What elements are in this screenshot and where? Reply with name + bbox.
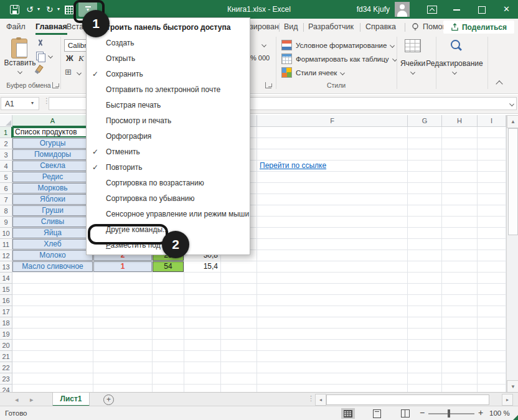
cut-icon[interactable] [36, 39, 45, 47]
cell-D17[interactable] [184, 306, 221, 317]
cell-C18[interactable] [153, 317, 184, 329]
sheet-tab-list1[interactable]: Лист1 [52, 393, 90, 406]
horizontal-scroll-thumb[interactable] [326, 394, 489, 405]
editing-dropdown-icon[interactable] [452, 70, 457, 75]
cell-A1[interactable]: Список продуктов [12, 127, 93, 138]
row-header-18[interactable]: 18 [0, 317, 12, 329]
cell-F10[interactable] [257, 228, 408, 239]
scroll-up-icon[interactable]: ▲ [507, 115, 518, 128]
cell-F5[interactable] [257, 172, 408, 183]
cell-A12[interactable]: Молоко [12, 250, 93, 261]
cell-I13[interactable] [478, 261, 506, 273]
cell-A16[interactable] [12, 295, 93, 306]
close-button[interactable]: ✕ [503, 0, 510, 19]
cell-G3[interactable] [408, 149, 442, 161]
editing-button[interactable]: Редактирование [426, 59, 483, 68]
vertical-scrollbar[interactable]: ▲ ▼ [506, 115, 518, 392]
cell-F19[interactable] [257, 329, 408, 340]
cell-I10[interactable] [478, 228, 506, 239]
cell-A20[interactable] [12, 340, 93, 351]
cell-C21[interactable] [153, 351, 184, 362]
sheet-nav-right-icon[interactable]: ▸ [30, 393, 34, 406]
cell-C16[interactable] [153, 295, 184, 306]
cell-I21[interactable] [478, 351, 506, 362]
collapse-ribbon-icon[interactable] [496, 80, 502, 87]
cell-G22[interactable] [408, 362, 442, 373]
italic-button[interactable]: К [78, 54, 84, 63]
cell-G11[interactable] [408, 239, 442, 250]
cell-H12[interactable] [442, 250, 478, 261]
menu-item-10[interactable]: Сортировка по убыванию [87, 190, 250, 206]
row-header-24[interactable]: 24 [0, 385, 12, 392]
cell-A6[interactable]: Морковь [12, 183, 93, 194]
zoom-slider-thumb[interactable] [448, 409, 450, 418]
row-header-17[interactable]: 17 [0, 306, 12, 317]
cell-D20[interactable] [184, 340, 221, 351]
cell-A15[interactable] [12, 284, 93, 295]
row-header-22[interactable]: 22 [0, 362, 12, 373]
cell-A19[interactable] [12, 329, 93, 340]
cell-G17[interactable] [408, 306, 442, 317]
cell-F13[interactable] [257, 261, 408, 273]
row-header-1[interactable]: 1 [0, 127, 12, 138]
cell-C17[interactable] [153, 306, 184, 317]
cell-C14[interactable] [153, 273, 184, 284]
row-header-13[interactable]: 13 [0, 261, 12, 273]
tab-scroll-splitter[interactable]: ⋮ [308, 394, 314, 403]
name-box-dropdown-icon[interactable]: ▾ [31, 100, 34, 106]
cell-E23[interactable] [221, 373, 257, 385]
cell-C24[interactable] [153, 385, 184, 392]
page-layout-view-button[interactable] [370, 408, 384, 419]
paste-dropdown-icon[interactable] [17, 69, 22, 74]
cell-F1[interactable] [257, 127, 408, 138]
cell-D23[interactable] [184, 373, 221, 385]
row-header-7[interactable]: 7 [0, 194, 12, 205]
cell-B20[interactable] [93, 340, 153, 351]
avatar[interactable] [395, 2, 410, 17]
cell-F2[interactable] [257, 138, 408, 149]
undo-icon[interactable]: ↺ [26, 0, 34, 19]
menu-item-4[interactable]: Быстрая печать [87, 97, 250, 113]
cell-I9[interactable] [478, 217, 506, 228]
cell-D22[interactable] [184, 362, 221, 373]
menu-item-9[interactable]: Сортировка по возрастанию [87, 175, 250, 190]
cell-B17[interactable] [93, 306, 153, 317]
cell-styles-button[interactable]: Стили ячеек [281, 67, 344, 78]
cell-G6[interactable] [408, 183, 442, 194]
row-header-20[interactable]: 20 [0, 340, 12, 351]
cell-A10[interactable]: Яйца [12, 228, 93, 239]
cell-H24[interactable] [442, 385, 478, 392]
editing-search-icon[interactable] [451, 40, 460, 49]
cell-F14[interactable] [257, 273, 408, 284]
cell-B15[interactable] [93, 284, 153, 295]
cell-I23[interactable] [478, 373, 506, 385]
cell-G10[interactable] [408, 228, 442, 239]
menu-item-2[interactable]: ✓Сохранить [87, 66, 250, 82]
cell-A22[interactable] [12, 362, 93, 373]
cell-G4[interactable] [408, 161, 442, 172]
cell-F17[interactable] [257, 306, 408, 317]
cell-H9[interactable] [442, 217, 478, 228]
tab-home[interactable]: Главная [35, 19, 67, 35]
cell-F4[interactable]: Перейти по ссылке [257, 161, 408, 172]
cell-H21[interactable] [442, 351, 478, 362]
row-header-10[interactable]: 10 [0, 228, 12, 239]
cell-A18[interactable] [12, 317, 93, 329]
col-header-I[interactable]: I [478, 115, 506, 127]
cell-C23[interactable] [153, 373, 184, 385]
cell-I5[interactable] [478, 172, 506, 183]
cell-E18[interactable] [221, 317, 257, 329]
row-header-5[interactable]: 5 [0, 172, 12, 183]
cell-C13[interactable]: 54 [153, 261, 184, 273]
menu-item-6[interactable]: Орфография [87, 128, 250, 144]
cell-B21[interactable] [93, 351, 153, 362]
bold-button[interactable]: Ж [66, 54, 73, 63]
add-sheet-icon[interactable]: + [103, 394, 114, 405]
row-header-3[interactable]: 3 [0, 149, 12, 161]
row-header-9[interactable]: 9 [0, 217, 12, 228]
cell-A7[interactable]: Яблоки [12, 194, 93, 205]
cell-I8[interactable] [478, 205, 506, 217]
maximize-button[interactable] [478, 6, 486, 14]
zoom-in-icon[interactable]: + [478, 406, 483, 419]
cell-H10[interactable] [442, 228, 478, 239]
